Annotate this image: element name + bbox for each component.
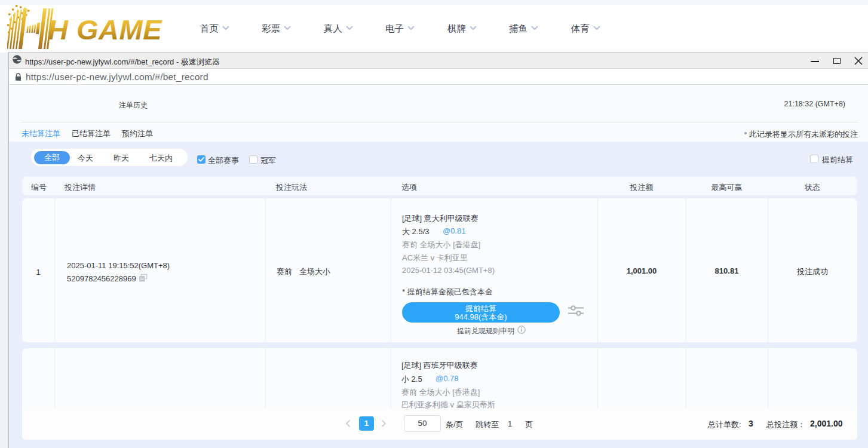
svg-text:H GAME: H GAME	[48, 14, 162, 45]
